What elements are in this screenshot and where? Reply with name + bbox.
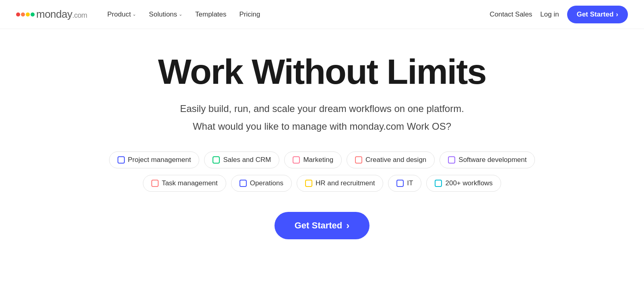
get-started-nav-button[interactable]: Get Started › [567, 6, 628, 23]
options-section: Project management Sales and CRM Marketi… [16, 151, 628, 192]
option-label: IT [407, 179, 413, 187]
option-label: Creative and design [365, 156, 426, 164]
checkbox-marketing [293, 156, 300, 164]
dot-green [31, 12, 35, 17]
nav-right: Contact Sales Log in Get Started › [490, 6, 628, 23]
checkbox-operations [239, 180, 247, 187]
navbar: monday.com Product ⌄ Solutions ⌄ Templat… [0, 0, 644, 29]
checkbox-task-management [151, 180, 159, 187]
chevron-down-icon: ⌄ [179, 12, 182, 17]
arrow-icon: › [616, 10, 618, 19]
login-link[interactable]: Log in [540, 10, 559, 19]
checkbox-creative-design [355, 156, 362, 164]
contact-sales-link[interactable]: Contact Sales [490, 10, 533, 19]
option-label: 200+ workflows [445, 179, 493, 187]
dot-orange [21, 12, 25, 17]
option-project-management[interactable]: Project management [109, 151, 200, 168]
checkbox-software-development [448, 156, 455, 164]
hero-subtitle1: Easily build, run, and scale your dream … [180, 102, 464, 116]
options-row-2: Task management Operations HR and recrui… [143, 175, 501, 192]
option-workflows[interactable]: 200+ workflows [426, 175, 501, 192]
option-label: Marketing [303, 156, 333, 164]
logo[interactable]: monday.com [16, 8, 87, 21]
option-hr-recruitment[interactable]: HR and recruitment [297, 175, 383, 192]
checkbox-hr-recruitment [305, 180, 312, 187]
checkbox-it [396, 180, 404, 187]
hero-title: Work Without Limits [158, 53, 486, 90]
nav-pricing[interactable]: Pricing [234, 7, 266, 22]
option-label: Sales and CRM [223, 156, 271, 164]
logo-dots [16, 12, 35, 17]
arrow-icon: › [346, 220, 349, 231]
option-software-development[interactable]: Software development [440, 151, 535, 168]
option-label: Operations [250, 179, 283, 187]
nav-product[interactable]: Product ⌄ [102, 7, 142, 22]
checkbox-workflows [435, 180, 442, 187]
option-marketing[interactable]: Marketing [284, 151, 342, 168]
nav-solutions[interactable]: Solutions ⌄ [143, 7, 188, 22]
option-label: Project management [128, 156, 191, 164]
option-operations[interactable]: Operations [231, 175, 292, 192]
dot-yellow [26, 12, 30, 17]
nav-templates[interactable]: Templates [190, 7, 232, 22]
option-sales-crm[interactable]: Sales and CRM [204, 151, 279, 168]
option-task-management[interactable]: Task management [143, 175, 226, 192]
option-it[interactable]: IT [388, 175, 421, 192]
checkbox-sales-crm [213, 156, 220, 164]
option-label: HR and recruitment [316, 179, 375, 187]
nav-links: Product ⌄ Solutions ⌄ Templates Pricing [102, 7, 490, 22]
checkbox-project-management [118, 156, 125, 164]
option-label: Task management [162, 179, 218, 187]
chevron-down-icon: ⌄ [132, 12, 136, 17]
option-creative-design[interactable]: Creative and design [347, 151, 435, 168]
dot-red [16, 12, 20, 17]
options-row-1: Project management Sales and CRM Marketi… [109, 151, 535, 168]
option-label: Software development [458, 156, 526, 164]
hero-subtitle2: What would you like to manage with monda… [193, 119, 451, 134]
hero-section: Work Without Limits Easily build, run, a… [0, 29, 644, 255]
get-started-main-button[interactable]: Get Started › [275, 212, 370, 239]
logo-text: monday.com [36, 8, 87, 21]
